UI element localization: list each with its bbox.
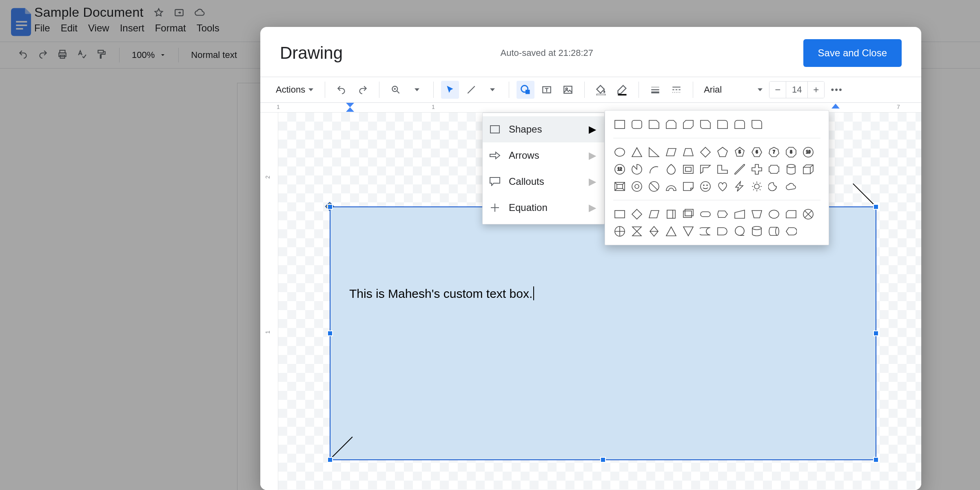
shape-pentagon[interactable]: [716, 146, 729, 158]
shape-sun[interactable]: [750, 180, 763, 193]
border-dash-button[interactable]: [667, 81, 685, 99]
shape-rounded-rectangle[interactable]: [630, 118, 643, 131]
shape-rect2[interactable]: [613, 208, 626, 220]
resize-handle-ne[interactable]: [873, 204, 879, 210]
shape-manual-operation[interactable]: [750, 208, 763, 220]
shape-pie[interactable]: [630, 163, 643, 175]
font-size-value[interactable]: 14: [786, 82, 808, 98]
shape-off-page[interactable]: [767, 208, 780, 220]
drawing-canvas[interactable]: 2 1 This is Mahesh's custom text box. S: [260, 113, 921, 490]
fill-color-button[interactable]: [592, 81, 610, 99]
shape-round-diagonal[interactable]: [750, 118, 763, 131]
select-tool[interactable]: [441, 81, 459, 99]
resize-handle-e[interactable]: [873, 330, 879, 336]
shape-l-shape[interactable]: [716, 163, 729, 175]
more-button[interactable]: •••: [828, 81, 846, 99]
shape-frame[interactable]: [682, 163, 694, 175]
shape-trapezoid[interactable]: [682, 146, 694, 158]
shape-donut[interactable]: [630, 180, 643, 193]
shape-round-single[interactable]: [716, 118, 729, 131]
shape-direct-access[interactable]: [767, 225, 780, 237]
image-tool[interactable]: [559, 81, 577, 99]
shape-sort[interactable]: [647, 225, 660, 237]
undo-button[interactable]: [333, 81, 350, 99]
shape-parallelogram[interactable]: [665, 146, 677, 158]
shape-menu-callouts[interactable]: Callouts ▶: [483, 169, 604, 195]
resize-handle-w[interactable]: [327, 330, 333, 336]
shape-parallelogram-2[interactable]: [647, 208, 660, 220]
shape-or[interactable]: [613, 225, 626, 237]
shape-cube[interactable]: [802, 163, 814, 175]
shape-display[interactable]: [716, 208, 729, 220]
shape-hexagon-6[interactable]: 6: [750, 146, 763, 158]
shape-dodecagon[interactable]: 12: [613, 163, 626, 175]
border-weight-button[interactable]: [646, 81, 664, 99]
shape-document2[interactable]: [665, 208, 677, 220]
shape-diagonal-stripe[interactable]: [733, 163, 746, 175]
shape-snip-same[interactable]: [665, 118, 677, 131]
shape-diamond[interactable]: [699, 146, 712, 158]
shape-snip-single[interactable]: [647, 118, 660, 131]
shape-display2[interactable]: [785, 225, 797, 237]
shape-card[interactable]: [785, 208, 797, 220]
shape-extract[interactable]: [665, 225, 677, 237]
shape-summing[interactable]: [802, 208, 814, 220]
shape-no-symbol[interactable]: [647, 180, 660, 193]
shape-menu-shapes[interactable]: Shapes ▶: [483, 116, 604, 142]
shape-block-arc[interactable]: [665, 180, 677, 193]
shape-tool[interactable]: [517, 81, 534, 99]
shape-can[interactable]: [785, 163, 797, 175]
font-size-decrease[interactable]: −: [769, 82, 786, 98]
font-selector[interactable]: Arial: [701, 81, 766, 99]
border-color-button[interactable]: [613, 81, 631, 99]
shape-triangle[interactable]: [630, 146, 643, 158]
vertical-ruler[interactable]: 2 1: [260, 113, 278, 490]
resize-handle-nw[interactable]: [327, 204, 333, 210]
shape-menu-arrows[interactable]: Arrows ▶: [483, 142, 604, 169]
line-tool[interactable]: [462, 81, 480, 99]
actions-menu[interactable]: Actions: [272, 81, 317, 99]
shape-cross[interactable]: [750, 163, 763, 175]
shape-round-same[interactable]: [733, 118, 746, 131]
textbox-tool[interactable]: [538, 81, 556, 99]
shape-octagon[interactable]: 8: [785, 146, 797, 158]
shape-snip-round[interactable]: [699, 118, 712, 131]
resize-handle-se[interactable]: [873, 457, 879, 463]
shape-cloud[interactable]: [785, 180, 797, 193]
textbox-content[interactable]: This is Mahesh's custom text box.: [349, 286, 534, 301]
shape-delay[interactable]: [716, 225, 729, 237]
shape-bevel[interactable]: [613, 180, 626, 193]
resize-handle-s[interactable]: [600, 457, 606, 463]
resize-handle-sw[interactable]: [327, 457, 333, 463]
shape-half-frame[interactable]: [699, 163, 712, 175]
shape-hexagon-5[interactable]: 5: [733, 146, 746, 158]
zoom-button[interactable]: [387, 81, 405, 99]
shape-teardrop[interactable]: [665, 163, 677, 175]
shape-seq-access[interactable]: [733, 225, 746, 237]
redo-button[interactable]: [354, 81, 372, 99]
shape-stored-data[interactable]: [699, 225, 712, 237]
line-dropdown[interactable]: [483, 81, 501, 99]
shape-plaque[interactable]: [767, 163, 780, 175]
shape-arc[interactable]: [647, 163, 660, 175]
shape-heart[interactable]: [716, 180, 729, 193]
shape-smiley[interactable]: [699, 180, 712, 193]
shape-magnetic-disk[interactable]: [750, 225, 763, 237]
shape-lightning[interactable]: [733, 180, 746, 193]
shape-heptagon[interactable]: 7: [767, 146, 780, 158]
shape-manual-input[interactable]: [733, 208, 746, 220]
shape-terminator[interactable]: [699, 208, 712, 220]
shape-right-triangle[interactable]: [647, 146, 660, 158]
shape-merge[interactable]: [682, 225, 694, 237]
shape-collate[interactable]: [630, 225, 643, 237]
save-and-close-button[interactable]: Save and Close: [803, 39, 902, 67]
shape-rhombus2[interactable]: [630, 208, 643, 220]
font-size-increase[interactable]: +: [808, 82, 824, 98]
shape-snip-diagonal[interactable]: [682, 118, 694, 131]
shape-folded-corner[interactable]: [682, 180, 694, 193]
shape-ellipse[interactable]: [613, 146, 626, 158]
zoom-dropdown[interactable]: [408, 81, 426, 99]
shape-rectangle[interactable]: [613, 118, 626, 131]
shape-moon[interactable]: [767, 180, 780, 193]
shape-double-rect[interactable]: [682, 208, 694, 220]
